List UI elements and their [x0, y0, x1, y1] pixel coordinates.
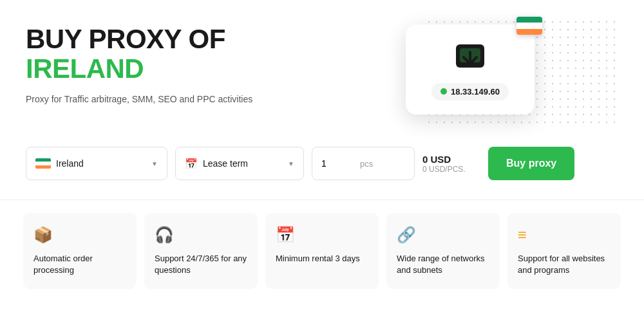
- flag-green: [516, 17, 542, 23]
- ireland-flag-card: [516, 17, 542, 35]
- feature-card-5: ≡ Support for all websites and programs: [507, 213, 621, 289]
- main-container: BUY PROXY OF IRELAND Proxy for Traffic a…: [0, 0, 644, 289]
- buy-proxy-button[interactable]: Buy proxy: [488, 147, 574, 180]
- feature-text-3: Minimum rental 3 days: [276, 253, 368, 265]
- feature-card-2: 🎧 Support 24/7/365 for any questions: [144, 213, 258, 289]
- network-icon: 🔗: [397, 226, 489, 244]
- quantity-wrapper: pcs: [312, 147, 415, 180]
- lease-term-selector[interactable]: 📅 Lease term ▼: [175, 147, 304, 180]
- flag-orange: [516, 29, 542, 35]
- calendar-feature-icon: 📅: [276, 226, 368, 244]
- header-subtitle: Proxy for Traffic arbitrage, SMM, SEO an…: [26, 94, 399, 104]
- country-selector[interactable]: Ireland ▼: [26, 147, 167, 180]
- support-icon: 🎧: [155, 226, 247, 244]
- features-section: 📦 Automatic order processing 🎧 Support 2…: [0, 200, 644, 289]
- feature-text-2: Support 24/7/365 for any questions: [155, 253, 247, 276]
- price-display: 0 USD 0 USD/PCS.: [422, 154, 480, 174]
- feature-text-4: Wide range of networks and subnets: [397, 253, 489, 276]
- websites-icon: ≡: [518, 226, 611, 244]
- controls-section: Ireland ▼ 📅 Lease term ▼ pcs 0 USD 0 USD…: [0, 147, 644, 180]
- ip-address: 18.33.149.60: [451, 87, 500, 97]
- proxy-shield-icon: [451, 39, 489, 78]
- ip-dot: [440, 88, 447, 95]
- price-usd: 0 USD: [422, 154, 480, 165]
- header-text: BUY PROXY OF IRELAND Proxy for Traffic a…: [26, 18, 399, 104]
- chevron-down-icon: ▼: [288, 160, 294, 167]
- quantity-input[interactable]: [321, 158, 360, 169]
- feature-card-1: 📦 Automatic order processing: [23, 213, 137, 289]
- feature-text-1: Automatic order processing: [33, 253, 126, 276]
- header-section: BUY PROXY OF IRELAND Proxy for Traffic a…: [0, 0, 644, 147]
- flag-white: [516, 23, 542, 28]
- ireland-flag-small: [35, 158, 51, 169]
- hero-illustration: 18.33.149.60: [399, 18, 618, 134]
- feature-card-3: 📅 Minimum rental 3 days: [265, 213, 379, 289]
- chevron-down-icon: ▼: [151, 160, 158, 167]
- auto-order-icon: 📦: [33, 226, 126, 244]
- calendar-icon: 📅: [185, 158, 198, 170]
- lease-label: Lease term: [203, 158, 283, 169]
- ip-badge: 18.33.149.60: [431, 83, 509, 100]
- price-per-pcs: 0 USD/PCS.: [422, 165, 480, 174]
- feature-text-5: Support for all websites and programs: [518, 253, 611, 276]
- quantity-unit: pcs: [360, 159, 373, 169]
- country-label: Ireland: [56, 158, 146, 169]
- proxy-card: 18.33.149.60: [406, 24, 535, 115]
- feature-card-4: 🔗 Wide range of networks and subnets: [386, 213, 500, 289]
- header-title-line1: BUY PROXY OF: [26, 24, 399, 54]
- header-title-line2: IRELAND: [26, 54, 399, 84]
